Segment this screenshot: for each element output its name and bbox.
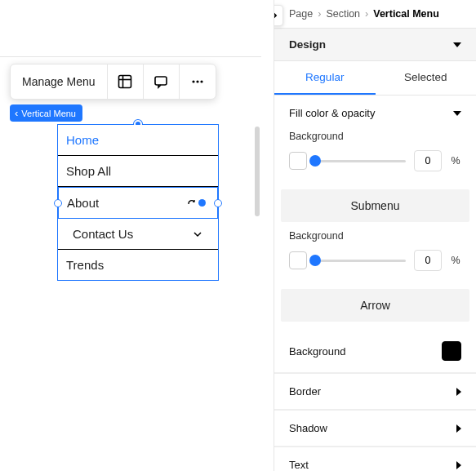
menu-item-about[interactable]: About bbox=[58, 187, 218, 219]
rotate-icon bbox=[187, 198, 197, 208]
layout-icon bbox=[118, 74, 132, 89]
chevron-down-icon bbox=[192, 229, 203, 240]
canvas-scrollbar-thumb[interactable] bbox=[255, 127, 260, 216]
row-text[interactable]: Text bbox=[274, 447, 476, 471]
color-swatch-arrow-bg[interactable] bbox=[442, 341, 461, 361]
caret-right-icon bbox=[456, 461, 461, 469]
accordion-label: Fill color & opacity bbox=[289, 107, 375, 119]
menu-item-label: Shop All bbox=[66, 164, 111, 178]
svg-point-4 bbox=[192, 80, 194, 82]
inspector-scrollbar-thumb[interactable] bbox=[274, 331, 274, 355]
background-group-submenu: Background % bbox=[274, 230, 476, 286]
resize-handle-right[interactable] bbox=[214, 199, 222, 207]
row-label: Shadow bbox=[289, 422, 327, 434]
vertical-menu-selection: Home Shop All About Contact Us bbox=[57, 124, 219, 281]
row-background-arrow[interactable]: Background bbox=[274, 330, 476, 373]
background-label: Background bbox=[289, 131, 461, 142]
breadcrumb-separator: › bbox=[365, 8, 368, 20]
svg-point-6 bbox=[200, 80, 202, 82]
breadcrumb-current: Vertical Menu bbox=[373, 8, 439, 20]
slider-thumb[interactable] bbox=[309, 255, 321, 266]
resize-handle-left[interactable] bbox=[54, 199, 62, 207]
vertical-menu[interactable]: Home Shop All About Contact Us bbox=[57, 124, 219, 281]
manage-menu-button[interactable]: Manage Menu bbox=[11, 64, 108, 99]
menu-item-shop-all[interactable]: Shop All bbox=[58, 156, 218, 187]
row-label: Background bbox=[289, 345, 345, 358]
percent-label: % bbox=[450, 155, 461, 167]
breadcrumb-section[interactable]: Section bbox=[326, 8, 360, 20]
more-icon-button[interactable] bbox=[180, 64, 216, 100]
chevron-right-icon bbox=[274, 11, 278, 20]
element-toolbar: Manage Menu bbox=[10, 64, 216, 100]
menu-item-label: Home bbox=[66, 133, 99, 147]
opacity-input-main[interactable] bbox=[414, 150, 442, 171]
percent-label: % bbox=[450, 255, 461, 266]
comment-icon-button[interactable] bbox=[144, 64, 180, 100]
svg-rect-0 bbox=[119, 76, 131, 88]
opacity-slider-submenu[interactable] bbox=[315, 252, 406, 269]
inspector-panel: Page › Section › Vertical Menu Design Re… bbox=[274, 0, 476, 471]
layout-icon-button[interactable] bbox=[108, 64, 144, 100]
subsection-submenu: Submenu bbox=[281, 189, 469, 222]
subsection-arrow: Arrow bbox=[281, 289, 469, 322]
menu-item-label: Trends bbox=[66, 258, 104, 272]
background-group-main: Background % bbox=[274, 131, 476, 186]
menu-item-trends[interactable]: Trends bbox=[58, 250, 218, 280]
caret-down-icon bbox=[453, 111, 461, 116]
breadcrumb-separator: › bbox=[318, 8, 321, 20]
panel-collapse-button[interactable] bbox=[274, 5, 283, 26]
tab-selected[interactable]: Selected bbox=[376, 61, 477, 95]
menu-item-label: Contact Us bbox=[73, 227, 133, 241]
menu-subitem-contact-us[interactable]: Contact Us bbox=[58, 219, 218, 250]
section-header-label: Design bbox=[289, 38, 326, 51]
row-shadow[interactable]: Shadow bbox=[274, 410, 476, 447]
opacity-input-submenu[interactable] bbox=[414, 250, 442, 271]
row-label: Text bbox=[289, 459, 309, 471]
background-label: Background bbox=[289, 230, 461, 242]
subsection-label: Submenu bbox=[351, 199, 400, 212]
canvas-area: Manage Menu Vertical Menu bbox=[0, 0, 261, 471]
breadcrumb: Page › Section › Vertical Menu bbox=[274, 0, 476, 28]
subsection-label: Arrow bbox=[360, 299, 390, 312]
state-tabs: Regular Selected bbox=[274, 61, 476, 96]
element-tag-label: Vertical Menu bbox=[21, 109, 76, 118]
menu-item-home[interactable]: Home bbox=[58, 125, 218, 156]
comment-icon bbox=[153, 74, 168, 89]
caret-right-icon bbox=[456, 424, 461, 433]
color-swatch-submenu[interactable] bbox=[289, 251, 307, 269]
menu-item-label: About bbox=[67, 196, 99, 210]
slider-thumb[interactable] bbox=[309, 155, 321, 167]
element-tag[interactable]: Vertical Menu bbox=[10, 104, 82, 122]
svg-point-5 bbox=[196, 80, 198, 82]
canvas-header-blank bbox=[0, 0, 261, 57]
breadcrumb-page[interactable]: Page bbox=[289, 8, 313, 20]
accordion-fill[interactable]: Fill color & opacity bbox=[274, 96, 476, 131]
svg-rect-3 bbox=[155, 77, 167, 85]
opacity-slider-main[interactable] bbox=[315, 153, 406, 169]
row-border[interactable]: Border bbox=[274, 373, 476, 410]
more-icon bbox=[190, 74, 205, 89]
rotate-handle[interactable] bbox=[187, 198, 206, 208]
row-label: Border bbox=[289, 385, 321, 398]
caret-right-icon bbox=[456, 388, 461, 396]
color-swatch-main[interactable] bbox=[289, 152, 307, 170]
section-header-design[interactable]: Design bbox=[274, 28, 476, 61]
tab-regular[interactable]: Regular bbox=[274, 61, 376, 95]
caret-down-icon bbox=[453, 42, 461, 47]
